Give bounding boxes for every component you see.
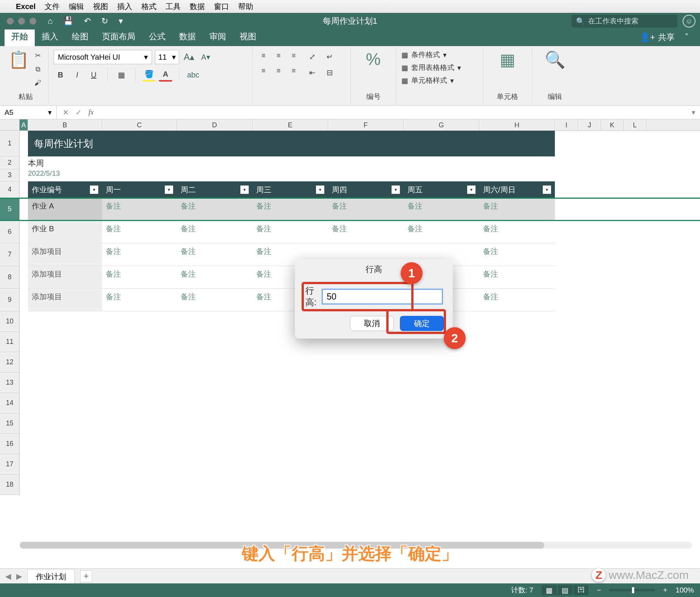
phonetic-icon[interactable]: abc (186, 68, 200, 82)
underline-icon[interactable]: U (87, 68, 101, 82)
col-header-h[interactable]: H (479, 119, 555, 130)
qat-customize-icon[interactable]: ▾ (119, 16, 123, 26)
menu-data[interactable]: 数据 (190, 2, 205, 12)
row-header[interactable]: 7 (0, 243, 20, 266)
note-cell[interactable]: 备注 (102, 266, 177, 289)
align-left-icon[interactable]: ≡ (258, 65, 269, 76)
row-id-cell[interactable]: 添加项目 (28, 266, 102, 289)
font-size-select[interactable]: 11▾ (155, 50, 179, 64)
align-middle-icon[interactable]: ≡ (273, 50, 284, 61)
row-header[interactable]: 4 (0, 181, 20, 198)
row-id-cell[interactable]: 添加项目 (28, 243, 102, 266)
app-name[interactable]: Excel (16, 2, 36, 11)
col-header-e[interactable]: E (252, 119, 328, 130)
row-header[interactable]: 11 (0, 332, 20, 352)
note-cell[interactable]: 备注 (177, 289, 252, 311)
table-row[interactable]: 作业 B 备注 备注 备注 备注 备注 备注 (28, 221, 555, 243)
filter-icon[interactable]: ▾ (467, 186, 475, 194)
row-id-cell[interactable]: 作业 B (28, 221, 102, 243)
tab-home[interactable]: 开始 (5, 28, 35, 46)
font-color-icon[interactable]: A (159, 68, 172, 82)
filter-icon[interactable]: ▾ (165, 186, 173, 194)
note-cell[interactable]: 备注 (177, 243, 252, 266)
expand-formula-icon[interactable]: ▾ (687, 108, 700, 117)
ok-button[interactable]: 确定 (400, 316, 444, 331)
collapse-ribbon-icon[interactable]: ˄ (685, 32, 689, 42)
row-header[interactable]: 3 (0, 169, 20, 181)
border-icon[interactable]: ▦ (115, 68, 128, 82)
font-name-select[interactable]: Microsoft YaHei UI▾ (54, 50, 152, 64)
align-right-icon[interactable]: ≡ (288, 65, 299, 76)
table-header[interactable]: 周一▾ (102, 181, 177, 198)
prev-sheet-icon[interactable]: ◀ (5, 572, 11, 581)
tab-draw[interactable]: 绘图 (65, 28, 95, 46)
table-row[interactable]: 添加项目 备注 备注 备注 备注 (28, 266, 555, 289)
menu-file[interactable]: 文件 (45, 2, 60, 12)
menu-help[interactable]: 帮助 (238, 2, 253, 12)
col-header-j[interactable]: J (578, 119, 601, 130)
cancel-formula-icon[interactable]: ✕ (63, 108, 69, 117)
align-bottom-icon[interactable]: ≡ (288, 50, 299, 61)
subtitle-cell[interactable]: 本周 (28, 158, 44, 169)
note-cell[interactable]: 备注 (328, 221, 404, 243)
filter-icon[interactable]: ▾ (543, 186, 551, 194)
copy-icon[interactable]: ⧉ (32, 63, 43, 75)
menu-view[interactable]: 视图 (93, 2, 108, 12)
table-row[interactable]: 作业 A 备注 备注 备注 备注 备注 备注 (28, 198, 555, 221)
note-cell[interactable]: 备注 (328, 198, 404, 221)
paste-icon[interactable]: 📋 (8, 50, 29, 70)
menu-window[interactable]: 窗口 (214, 2, 229, 12)
page-layout-view-icon[interactable]: ▤ (558, 585, 573, 595)
wrap-text-icon[interactable]: ↵ (323, 50, 336, 63)
fill-color-icon[interactable]: 🪣 (142, 68, 156, 82)
sheet-title-cell[interactable]: 每周作业计划 (28, 131, 555, 156)
next-sheet-icon[interactable]: ▶ (16, 572, 22, 581)
tab-view[interactable]: 视图 (233, 28, 263, 46)
col-header-c[interactable]: C (102, 119, 177, 130)
save-icon[interactable]: 💾 (63, 16, 73, 26)
add-sheet-button[interactable]: + (80, 570, 92, 582)
percent-icon[interactable]: % (366, 50, 381, 69)
note-cell[interactable]: 备注 (177, 266, 252, 289)
row-header[interactable]: 10 (0, 311, 20, 332)
cut-icon[interactable]: ✂ (32, 50, 43, 61)
feedback-smiley-icon[interactable]: ☺ (683, 15, 695, 28)
format-painter-icon[interactable]: 🖌 (32, 77, 43, 88)
col-header-l[interactable]: L (624, 119, 646, 130)
row-header[interactable]: 18 (0, 475, 20, 495)
table-header[interactable]: 周四▾ (328, 181, 404, 198)
row-id-cell[interactable]: 作业 A (28, 198, 102, 221)
row-height-input[interactable] (322, 289, 443, 305)
zoom-window-icon[interactable] (29, 18, 36, 25)
select-all-corner[interactable] (0, 119, 20, 131)
table-header[interactable]: 周二▾ (177, 181, 252, 198)
minimize-window-icon[interactable] (18, 18, 25, 25)
decrease-font-icon[interactable]: A▾ (199, 50, 212, 64)
table-row[interactable]: 添加项目 备注 备注 备注 备注 (28, 289, 555, 311)
tab-review[interactable]: 审阅 (203, 28, 233, 46)
row-header[interactable]: 16 (0, 434, 20, 454)
increase-font-icon[interactable]: A▴ (182, 50, 196, 64)
zoom-in-icon[interactable]: + (663, 586, 667, 594)
note-cell[interactable]: 备注 (404, 221, 479, 243)
redo-icon[interactable]: ↻ (101, 16, 108, 26)
row-header[interactable]: 12 (0, 352, 20, 373)
col-header-b[interactable]: B (28, 119, 102, 130)
col-header-i[interactable]: I (555, 119, 578, 130)
menu-format[interactable]: 格式 (141, 2, 156, 12)
name-box[interactable]: A5▾ (0, 106, 57, 119)
menu-tools[interactable]: 工具 (166, 2, 181, 12)
menu-insert[interactable]: 插入 (117, 2, 132, 12)
find-icon[interactable]: 🔍 (545, 50, 565, 70)
note-cell[interactable]: 备注 (479, 221, 555, 243)
date-cell[interactable]: 2022/5/13 (28, 169, 60, 178)
undo-icon[interactable]: ↶ (84, 16, 91, 26)
table-row[interactable]: 添加项目 备注 备注 备注 备注 (28, 243, 555, 266)
col-header-k[interactable]: K (601, 119, 624, 130)
table-header[interactable]: 周六/周日▾ (479, 181, 555, 198)
zoom-out-icon[interactable]: − (597, 586, 601, 594)
row-header[interactable]: 17 (0, 454, 20, 475)
note-cell[interactable]: 备注 (102, 198, 177, 221)
row-id-cell[interactable]: 添加项目 (28, 289, 102, 311)
note-cell[interactable]: 备注 (252, 221, 328, 243)
